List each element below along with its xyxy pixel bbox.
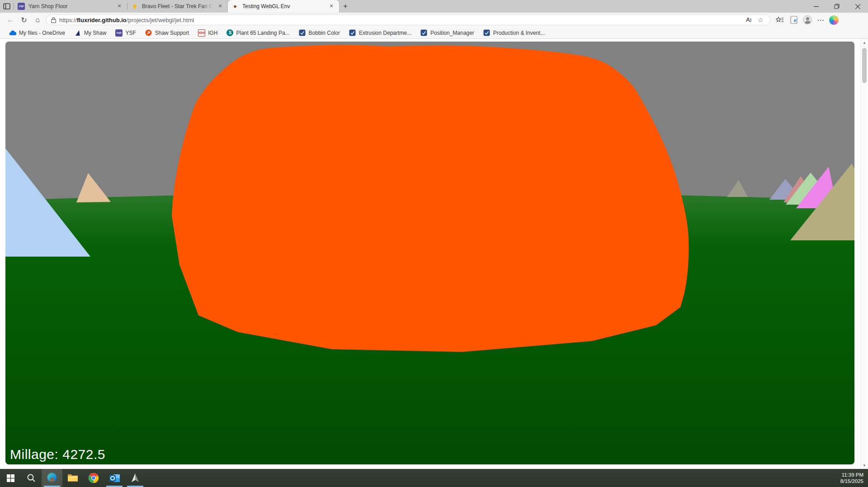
lists-check-icon xyxy=(483,29,491,37)
webgl-scene xyxy=(5,42,854,464)
svg-text:e: e xyxy=(794,17,797,23)
millage-hud: Millage: 4272.5 xyxy=(10,447,105,462)
windows-logo-icon xyxy=(7,474,14,482)
igh-icon: IGH xyxy=(198,29,205,37)
edge-icon xyxy=(46,472,58,484)
chrome-icon xyxy=(88,473,99,483)
bookmarks-bar: My files - OneDrive My Shaw YSF YSF Shaw… xyxy=(0,27,868,39)
tab-close-icon[interactable]: × xyxy=(216,2,224,10)
tab-actions-icon[interactable] xyxy=(0,0,14,13)
tab-title: Testing WebGL Env xyxy=(242,3,325,9)
bookmark-production-inventory[interactable]: Production & Invent... xyxy=(479,28,550,38)
bookmark-bobbin-color[interactable]: Bobbin Color xyxy=(294,28,344,38)
shaw-support-icon xyxy=(145,29,152,37)
title-bar: YSF Yarn Shop Floor × Bravo Fleet - Star… xyxy=(0,0,868,13)
ysf-icon: YSF xyxy=(115,29,123,37)
ie-mode-icon[interactable]: e xyxy=(788,14,800,26)
arrow-app-icon xyxy=(130,473,140,483)
bookmark-onedrive[interactable]: My files - OneDrive xyxy=(5,28,70,38)
orange-dome xyxy=(172,45,689,352)
bookmark-extrusion[interactable]: Extrusion Departme... xyxy=(344,28,416,38)
home-icon[interactable]: ⌂ xyxy=(31,14,44,26)
copilot-icon[interactable] xyxy=(829,15,839,25)
bookmark-shaw-support[interactable]: Shaw Support xyxy=(141,28,193,38)
page-content: Millage: 4272.5 ▲ ▼ xyxy=(0,39,868,469)
scroll-down-icon[interactable]: ▼ xyxy=(861,462,868,469)
scrollbar-thumb[interactable] xyxy=(862,48,867,83)
refresh-icon[interactable]: ↻ xyxy=(17,14,31,26)
taskbar: 11:39 PM 8/15/2025 xyxy=(0,469,868,487)
webgl-canvas[interactable]: Millage: 4272.5 xyxy=(5,42,854,464)
start-button[interactable] xyxy=(0,469,21,487)
clock-time: 11:39 PM xyxy=(840,472,863,478)
taskbar-arrow-app-button[interactable] xyxy=(125,469,146,487)
search-button[interactable] xyxy=(21,469,42,487)
favorite-star-icon[interactable]: ☆ xyxy=(755,15,766,25)
bookmark-position-manager[interactable]: Position_Manager xyxy=(416,28,479,38)
tab-testing-webgl-env[interactable]: Testing WebGL Env × xyxy=(228,0,339,13)
bookmark-igh[interactable]: IGH IGH xyxy=(193,28,222,38)
bookmark-my-shaw[interactable]: My Shaw xyxy=(70,28,111,38)
folder-icon xyxy=(67,473,78,482)
tab-title: Yarn Shop Floor xyxy=(28,3,113,9)
scrollbar[interactable]: ▲ ▼ xyxy=(860,39,868,469)
lists-check-icon xyxy=(299,29,306,37)
outlook-icon xyxy=(109,473,120,483)
bookmark-plant65[interactable]: S Plant 65 Landing Pa... xyxy=(222,28,294,38)
restore-button[interactable] xyxy=(826,0,847,13)
shaw-sail-icon xyxy=(74,29,81,37)
tab-close-icon[interactable]: × xyxy=(115,2,123,10)
tab-yarn-shop-floor[interactable]: YSF Yarn Shop Floor × xyxy=(14,0,127,13)
url-host: fluxrider.github.io xyxy=(77,17,127,23)
address-bar[interactable]: https://fluxrider.github.io/projects/jet… xyxy=(46,14,770,25)
favorites-bar-icon[interactable] xyxy=(774,14,786,26)
search-icon xyxy=(27,473,36,482)
eye-favicon xyxy=(231,3,239,10)
navigation-bar: ← ↻ ⌂ https://fluxrider.github.io/projec… xyxy=(0,13,868,27)
taskbar-chrome-button[interactable] xyxy=(83,469,104,487)
new-tab-button[interactable]: + xyxy=(339,0,352,13)
back-icon[interactable]: ← xyxy=(4,14,17,26)
taskbar-outlook-button[interactable] xyxy=(104,469,125,487)
lists-check-icon xyxy=(349,29,356,37)
url-text: https://fluxrider.github.io/projects/jet… xyxy=(59,17,743,23)
onedrive-cloud-icon xyxy=(9,29,16,37)
tab-bravo-fleet[interactable]: Bravo Fleet - Star Trek Fan Commu × xyxy=(127,0,228,13)
tab-title: Bravo Fleet - Star Trek Fan Commu xyxy=(142,3,213,9)
taskbar-clock[interactable]: 11:39 PM 8/15/2025 xyxy=(840,472,868,484)
settings-more-icon[interactable]: ⋯ xyxy=(815,14,826,26)
scroll-up-icon[interactable]: ▲ xyxy=(861,39,868,46)
ysf-favicon: YSF xyxy=(18,3,25,10)
lists-check-icon xyxy=(420,29,428,37)
profile-avatar[interactable] xyxy=(803,15,812,24)
tab-close-icon[interactable]: × xyxy=(327,2,335,10)
clock-date: 8/15/2025 xyxy=(840,478,863,484)
bookmark-ysf[interactable]: YSF YSF xyxy=(111,28,140,38)
lock-icon xyxy=(51,17,56,23)
sharepoint-icon: S xyxy=(226,29,233,36)
read-aloud-icon[interactable]: A) xyxy=(743,15,755,25)
lightning-favicon xyxy=(131,3,138,10)
taskbar-explorer-button[interactable] xyxy=(62,469,83,487)
taskbar-edge-button[interactable] xyxy=(42,469,62,487)
close-window-button[interactable] xyxy=(847,0,868,13)
minimize-button[interactable] xyxy=(806,0,826,13)
